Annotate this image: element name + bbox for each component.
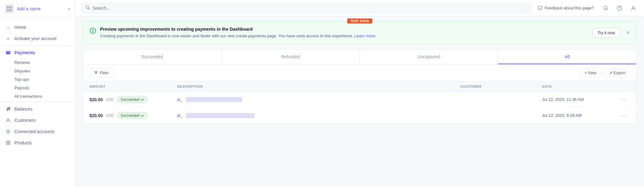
payments-icon	[5, 49, 11, 56]
sidebar-item-balances[interactable]: Balances	[0, 103, 75, 115]
tab-succeeded[interactable]: Succeeded	[83, 50, 221, 64]
sidebar-sub-item-reviews-label: Reviews	[14, 60, 30, 65]
new-payment-button[interactable]: + New	[580, 68, 601, 77]
row-1-menu-button[interactable]: ···	[617, 97, 630, 102]
banner-icon	[89, 27, 96, 36]
table-toolbar: Filter + New ↗ Export	[83, 65, 636, 81]
tab-refunded[interactable]: Refunded	[221, 50, 359, 64]
svg-rect-19	[93, 31, 93, 32]
payment-tabs: Succeeded Refunded Uncaptured All	[83, 49, 636, 65]
notifications-button[interactable]	[601, 4, 610, 13]
row-1-date: Jul 12, 2020, 11:36 AM	[542, 97, 617, 102]
divider	[0, 45, 75, 46]
account-menu-button[interactable]	[629, 4, 638, 13]
search-icon	[86, 5, 90, 11]
home-icon: ⌂	[5, 24, 11, 30]
sidebar-item-customers[interactable]: Customers	[0, 115, 75, 126]
sidebar-sub-item-topups[interactable]: Top-ups	[0, 75, 75, 84]
sidebar-sub-item-all-transactions-label: All transactions	[14, 94, 42, 99]
tab-all-label: All	[565, 54, 570, 59]
svg-point-8	[8, 131, 9, 132]
sidebar-sub-item-payouts[interactable]: Payouts	[0, 84, 75, 92]
topbar: / Feedback about this page?	[75, 0, 644, 16]
sidebar-item-connected-accounts[interactable]: Connected accounts	[0, 126, 75, 137]
svg-rect-3	[10, 9, 12, 11]
row-2-amount: $20.00	[89, 113, 103, 118]
sidebar-nav: ⌂ Home ≡ Activate your account Payments …	[0, 18, 75, 187]
sidebar-item-activate[interactable]: ≡ Activate your account	[0, 33, 75, 44]
filter-label: Filter	[100, 70, 109, 75]
row-1-currency: USD	[106, 97, 114, 102]
banner-text: Preview upcoming improvements to creatin…	[100, 27, 588, 39]
page-content: TEST DATA Preview upcoming improvements …	[75, 16, 644, 187]
banner-learn-more-link[interactable]: Learn more.	[354, 34, 376, 38]
sidebar-sub-item-all-transactions[interactable]: All transactions	[0, 92, 75, 101]
sidebar-sub-item-reviews[interactable]: Reviews	[0, 58, 75, 67]
col-header-customer: CUSTOMER	[460, 85, 542, 88]
sidebar-item-products[interactable]: Products	[0, 137, 75, 148]
filter-button[interactable]: Filter	[89, 68, 114, 77]
sidebar-item-home[interactable]: ⌂ Home	[0, 22, 75, 33]
products-icon	[5, 140, 11, 146]
sidebar-item-home-label: Home	[14, 25, 26, 30]
banner-desc-text: Creating payments in the Dashboard is no…	[100, 34, 353, 38]
tab-uncaptured-label: Uncaptured	[418, 54, 440, 59]
row-2-currency: USD	[106, 113, 114, 118]
payments-section: Succeeded Refunded Uncaptured All	[83, 49, 636, 124]
search-slash-key: /	[523, 5, 527, 11]
try-it-now-button[interactable]: Try it now	[592, 28, 620, 38]
sidebar-item-connected-accounts-label: Connected accounts	[14, 129, 55, 134]
row-2-date: Jul 12, 2020, 9:39 AM	[542, 113, 617, 118]
sidebar-sub-item-disputes-label: Disputes	[14, 69, 30, 73]
test-data-badge: TEST DATA	[347, 18, 372, 23]
row-1-status-badge: Succeeded	[117, 96, 148, 103]
connected-accounts-icon	[5, 128, 11, 135]
feedback-button[interactable]: Feedback about this page?	[535, 4, 596, 12]
row-1-amount: $20.00	[89, 97, 103, 102]
sidebar-item-activate-label: Activate your account	[14, 36, 56, 41]
preview-banner: TEST DATA Preview upcoming improvements …	[83, 21, 636, 44]
sidebar-item-payments[interactable]: Payments	[0, 47, 75, 58]
col-header-date: DATE	[542, 85, 617, 88]
svg-rect-9	[6, 141, 8, 143]
account-switcher[interactable]: Add a name ▾	[0, 0, 75, 18]
table-row[interactable]: $20.00 USD Succeeded pi_	[83, 92, 636, 108]
svg-rect-0	[7, 6, 9, 8]
banner-title: Preview upcoming improvements to creatin…	[100, 27, 588, 32]
table-row[interactable]: $20.00 USD Succeeded pi_	[83, 108, 636, 124]
row-1-amount-cell: $20.00 USD Succeeded	[89, 96, 177, 103]
customers-icon	[5, 117, 11, 123]
search-box[interactable]: /	[82, 3, 531, 13]
list-icon: ≡	[5, 35, 11, 42]
svg-point-16	[632, 7, 634, 8]
sidebar-logo-icon	[5, 4, 14, 13]
sidebar-sub-item-payouts-label: Payouts	[14, 86, 29, 90]
row-2-desc-blur	[186, 113, 255, 118]
row-2-menu-button[interactable]: ···	[617, 113, 630, 118]
close-icon[interactable]: ×	[626, 29, 630, 36]
banner-description: Creating payments in the Dashboard is no…	[100, 33, 588, 39]
help-button[interactable]	[615, 4, 624, 13]
tab-uncaptured[interactable]: Uncaptured	[360, 50, 498, 64]
sidebar-sub-item-disputes[interactable]: Disputes	[0, 67, 75, 75]
svg-point-18	[93, 29, 93, 30]
sidebar-item-customers-label: Customers	[14, 118, 36, 123]
col-header-actions	[617, 85, 630, 88]
tab-all[interactable]: All	[498, 50, 636, 64]
table-header: AMOUNT DESCRIPTION CUSTOMER DATE	[83, 81, 636, 92]
feedback-label: Feedback about this page?	[545, 6, 594, 10]
balances-icon	[5, 106, 11, 112]
chevron-down-icon: ▾	[68, 7, 70, 11]
row-2-amount-cell: $20.00 USD Succeeded	[89, 112, 177, 119]
svg-point-15	[619, 9, 620, 10]
row-1-desc-blur	[186, 97, 242, 102]
table-actions: + New ↗ Export	[580, 68, 630, 77]
sidebar-item-products-label: Products	[14, 140, 32, 145]
export-button[interactable]: ↗ Export	[604, 68, 630, 77]
row-2-status-text: Succeeded	[120, 113, 139, 118]
svg-rect-11	[6, 143, 8, 145]
row-2-status-badge: Succeeded	[117, 112, 148, 119]
row-1-status-text: Succeeded	[120, 97, 139, 102]
col-header-description: DESCRIPTION	[177, 85, 460, 88]
search-input[interactable]	[93, 6, 520, 11]
